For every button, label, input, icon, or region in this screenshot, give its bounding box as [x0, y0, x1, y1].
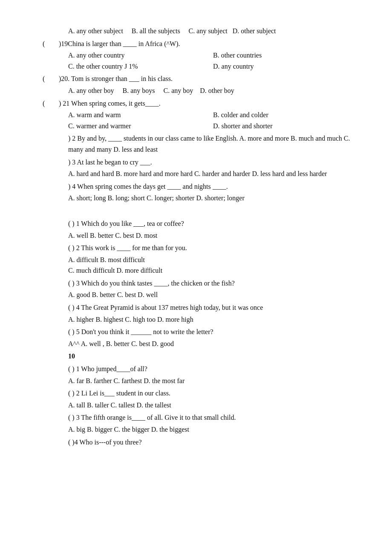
q-s2-4: ( ) 4 The Great Pyramid is about 137 met… [68, 302, 358, 313]
opts-s2-3: A. good B. better C. best D. well [68, 289, 358, 300]
page-content: A. any other subject B. all the subjects… [43, 26, 358, 447]
opts-s2-1: A. well B. better C. best D. most [68, 230, 358, 241]
options-3: A. hard and hard B. more hard and more h… [68, 168, 358, 179]
space-19 [51, 38, 59, 49]
blank-space-1 [43, 205, 358, 218]
space-21 [51, 98, 59, 109]
opts-s3-3: A. big B. bigger C. the bigger D. the bi… [68, 424, 358, 435]
qtext-21: ) 21 When spring comes, it gets____. [59, 98, 161, 109]
q-s2-1: ( ) 1 Which do you like ___, tea or coff… [68, 218, 358, 229]
question-4-spring: ) 4 When spring comes the days get ____ … [68, 181, 358, 192]
opts-s2-2a: A. difficult B. most difficult [68, 254, 358, 265]
options-line-0: A. any other subject B. all the subjects… [68, 26, 358, 37]
question-20: ( )20. Tom is stronger than ___ in his c… [43, 73, 358, 84]
options-19: A. any other country B. other countries … [68, 50, 358, 72]
qtext-20: )20. Tom is stronger than ___ in his cla… [59, 73, 173, 84]
space-20 [51, 73, 59, 84]
section-number-10: 10 [68, 351, 358, 362]
options-20: A. any other boy B. any boys C. any boy … [68, 85, 358, 96]
q-s2-3: ( ) 3 Which do you think tastes ____, th… [68, 278, 358, 289]
options-21: A. warm and warm B. colder and colder C.… [68, 110, 358, 131]
opt-19b: B. other countries [213, 50, 358, 61]
opts-s3-1: A. far B. farther C. farthest D. the mos… [68, 375, 358, 387]
qtext-19: )19China is larger than ____ in Africa (… [59, 38, 180, 49]
opt-21a: A. warm and warm [68, 110, 213, 121]
opts-s2-4: A. higher B. highest C. high too D. more… [68, 314, 358, 325]
question-19: ( )19China is larger than ____ in Africa… [43, 38, 358, 49]
options-4: A. short; long B. long; short C. longer;… [68, 193, 358, 204]
q-s3-3: ( ) 3 The fifth orange is____ of all. Gi… [68, 412, 358, 423]
bracket-21: ( [43, 98, 51, 109]
q-s2-5: ( ) 5 Don't you think it ______ not to w… [68, 326, 358, 338]
opt-21c: C. warmer and warmer [68, 121, 213, 132]
opt-19c: C. the other country J 1% [68, 61, 213, 72]
bracket-19: ( [43, 38, 51, 49]
opt-19d: D. any country [213, 61, 358, 72]
question-2-byanby: ) 2 By and by, ____ students in our clas… [68, 133, 358, 155]
opts-s2-2b: C. much difficult D. more difficult [68, 265, 358, 276]
q-s3-1: ( ) 1 Who jumped____of all? [68, 364, 358, 375]
opt-21d: D. shorter and shorter [213, 121, 358, 132]
opt-19a: A. any other country [68, 50, 213, 61]
q-s2-2: ( ) 2 This work is ____ for me than for … [68, 242, 358, 254]
question-3-cry: ) 3 At last he began to cry ___. [68, 157, 358, 168]
question-21: ( ) 21 When spring comes, it gets____. [43, 98, 358, 109]
opt-21b: B. colder and colder [213, 110, 358, 121]
q-s3-4: ( )4 Who is---of you three? [68, 437, 358, 448]
q-s3-2: ( ) 2 Li Lei is___ student in our class. [68, 388, 358, 399]
bracket-20: ( [43, 73, 51, 84]
opts-s2-5: A^^ A. well , B. better C. best D. good [68, 338, 358, 349]
opts-s3-2: A. tall B. taller C. tallest D. the tall… [68, 400, 358, 411]
